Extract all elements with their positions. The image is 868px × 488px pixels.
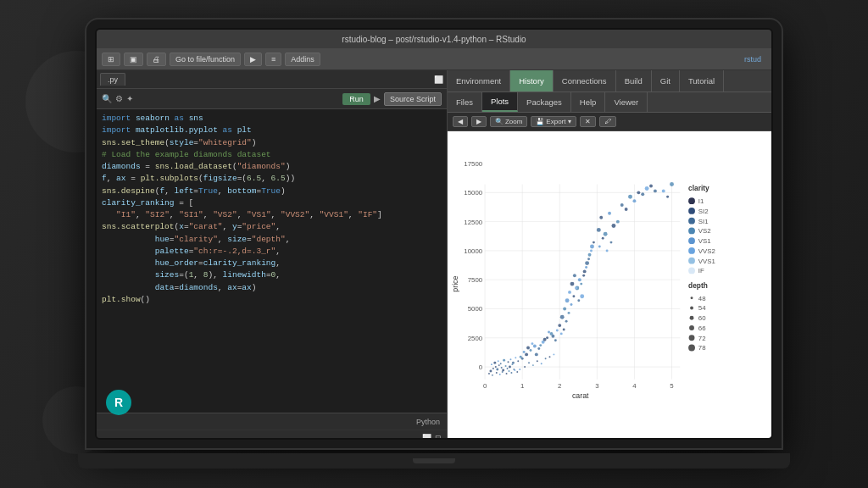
svg-point-107 [620, 203, 624, 207]
svg-point-17 [496, 369, 498, 371]
tab-history[interactable]: History [510, 70, 554, 92]
svg-point-63 [548, 330, 550, 333]
tab-packages[interactable]: Packages [518, 92, 571, 112]
svg-point-116 [616, 220, 620, 224]
plot-forward-btn[interactable]: ▶ [471, 116, 487, 127]
svg-point-89 [563, 329, 565, 331]
svg-text:SI1: SI1 [698, 218, 709, 225]
svg-point-76 [563, 308, 566, 311]
tab-connections[interactable]: Connections [554, 70, 616, 92]
svg-point-28 [498, 360, 499, 362]
tab-help[interactable]: Help [571, 92, 606, 112]
svg-point-48 [521, 358, 524, 360]
toolbar-wand-icon[interactable]: ✦ [126, 94, 133, 103]
svg-text:3: 3 [595, 382, 599, 390]
plot-back-btn[interactable]: ◀ [453, 116, 468, 127]
svg-point-68 [532, 364, 534, 366]
svg-point-112 [598, 246, 601, 248]
svg-point-31 [507, 361, 509, 363]
tab-tutorial[interactable]: Tutorial [680, 70, 724, 92]
toolbar-script[interactable]: ≡ [265, 53, 281, 66]
svg-text:VS2: VS2 [698, 227, 711, 235]
svg-point-27 [493, 362, 496, 364]
bottom-icon-1[interactable]: ⬜ [422, 434, 431, 441]
editor-bottom-icons: ⬜ ⊟ [97, 430, 447, 440]
svg-point-114 [606, 249, 609, 252]
svg-point-109 [637, 191, 640, 194]
code-editor[interactable]: import seaborn as sns import matplotlib.… [97, 109, 447, 413]
title-text: rstudio-blog – post/rstudio-v1.4-python … [342, 35, 526, 44]
go-to-file-btn[interactable]: Go to file/function [170, 53, 241, 66]
svg-text:60: 60 [698, 314, 706, 322]
svg-point-34 [515, 357, 516, 358]
svg-text:54: 54 [698, 304, 706, 312]
toolbar-arrow[interactable]: ▶ [244, 53, 262, 66]
svg-point-49 [525, 352, 528, 356]
svg-point-30 [503, 359, 505, 362]
svg-text:R: R [114, 396, 123, 409]
svg-text:5: 5 [670, 382, 674, 390]
svg-text:SI2: SI2 [698, 208, 709, 215]
svg-point-159 [690, 297, 693, 299]
svg-point-39 [496, 372, 498, 374]
tab-plots[interactable]: Plots [482, 92, 518, 112]
svg-text:2: 2 [558, 382, 561, 390]
svg-point-106 [611, 224, 615, 228]
svg-point-50 [529, 349, 531, 352]
svg-point-35 [517, 360, 519, 362]
svg-point-169 [688, 345, 695, 352]
svg-point-161 [690, 307, 693, 310]
tab-git[interactable]: Git [652, 70, 680, 92]
editor-maximize[interactable]: ⬜ [434, 75, 443, 84]
svg-point-142 [688, 197, 695, 204]
tab-environment[interactable]: Environment [448, 70, 510, 92]
svg-point-96 [580, 283, 582, 286]
svg-text:VVS2: VVS2 [698, 247, 715, 255]
svg-point-71 [545, 358, 547, 359]
laptop-notch [413, 458, 455, 463]
run-icon[interactable]: ▶ [374, 94, 381, 103]
plot-delete-btn[interactable]: ✕ [580, 116, 596, 127]
svg-point-47 [519, 369, 520, 370]
tab-viewer[interactable]: Viewer [605, 92, 648, 112]
plot-area: 0 2500 5000 7500 10000 12500 15000 17500 [448, 131, 771, 440]
toolbar-search-icon[interactable]: 🔍 [102, 94, 112, 103]
svg-text:I1: I1 [698, 197, 704, 205]
plot-settings-btn[interactable]: 🖊 [599, 116, 616, 127]
toolbar-icon-1[interactable]: ⊞ [102, 53, 120, 66]
tab-files[interactable]: Files [448, 92, 482, 112]
toolbar-settings-icon[interactable]: ⚙ [115, 94, 123, 103]
svg-point-87 [590, 245, 594, 249]
toolbar-icon-2[interactable]: ▣ [124, 53, 143, 66]
svg-point-22 [506, 368, 508, 369]
svg-point-122 [670, 182, 674, 186]
svg-point-19 [501, 367, 503, 369]
svg-point-148 [688, 227, 695, 234]
svg-point-21 [505, 365, 507, 367]
svg-point-29 [500, 363, 502, 364]
svg-text:price: price [451, 275, 459, 291]
bottom-icon-2[interactable]: ⊟ [435, 434, 442, 441]
run-button[interactable]: Run [342, 93, 370, 105]
svg-point-56 [554, 339, 557, 341]
svg-text:4: 4 [632, 382, 637, 390]
plot-export-btn[interactable]: 💾 Export ▾ [531, 116, 576, 127]
svg-point-54 [546, 336, 548, 339]
svg-point-86 [587, 253, 591, 257]
plot-zoom-btn[interactable]: 🔍 Zoom [490, 116, 527, 127]
source-script-btn[interactable]: Source Script [384, 92, 442, 106]
svg-text:12500: 12500 [464, 219, 482, 226]
svg-point-156 [688, 268, 695, 274]
svg-point-46 [516, 371, 518, 373]
svg-text:78: 78 [698, 344, 706, 352]
svg-point-72 [548, 356, 550, 358]
addins-btn[interactable]: Addins [285, 53, 320, 66]
svg-point-146 [688, 218, 695, 225]
svg-point-117 [625, 208, 628, 211]
editor-tab-py[interactable]: .py [100, 73, 125, 86]
toolbar-print[interactable]: 🖨 [147, 53, 166, 66]
tab-build[interactable]: Build [616, 70, 652, 92]
svg-point-167 [689, 335, 695, 341]
svg-point-38 [492, 374, 493, 376]
svg-point-118 [632, 199, 636, 202]
